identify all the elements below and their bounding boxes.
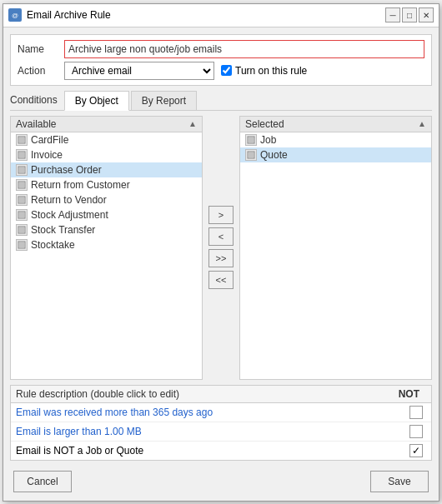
rule-row: Email was received more than 365 days ag… xyxy=(11,403,431,422)
item-text: Quote xyxy=(260,149,288,161)
window-controls: ─ □ ✕ xyxy=(385,7,434,22)
rule-desc-header-text: Rule description (double click to edit) xyxy=(16,388,179,400)
form-section: Name Action Archive email Delete email M… xyxy=(10,34,432,86)
rule-text-2: Email is larger than 1.00 MB xyxy=(16,426,409,437)
list-item[interactable]: Stock Adjustment xyxy=(11,207,202,222)
minimize-button[interactable]: ─ xyxy=(385,7,400,22)
list-item[interactable]: Return to Vendor xyxy=(11,192,202,207)
selected-sort-icon: ▲ xyxy=(418,119,426,128)
list-item[interactable]: Invoice xyxy=(11,147,202,162)
list-item[interactable]: CardFile xyxy=(11,132,202,147)
move-left-button[interactable]: < xyxy=(208,227,234,246)
available-list-header: Available ▲ xyxy=(11,117,202,132)
not-checkbox-2[interactable] xyxy=(409,425,423,438)
cancel-button[interactable]: Cancel xyxy=(13,471,72,492)
maximize-button[interactable]: □ xyxy=(402,7,417,22)
rule-row: Email is NOT a Job or Quote ✓ xyxy=(11,442,431,460)
tab-by-report[interactable]: By Report xyxy=(131,91,197,110)
item-icon xyxy=(16,134,28,146)
not-checkbox-3[interactable]: ✓ xyxy=(409,444,423,457)
name-label: Name xyxy=(18,43,58,55)
tab-by-object[interactable]: By Object xyxy=(64,91,129,111)
window-title: Email Archive Rule xyxy=(27,9,385,21)
item-text: Stock Transfer xyxy=(31,224,95,236)
item-text: Job xyxy=(260,134,276,146)
rule-text-3: Email is NOT a Job or Quote xyxy=(16,445,409,457)
item-icon xyxy=(16,224,28,236)
content-area: Name Action Archive email Delete email M… xyxy=(3,27,439,501)
selected-list-header: Selected ▲ xyxy=(240,117,431,132)
selected-list: Selected ▲ Job Quote xyxy=(239,116,432,380)
conditions-label: Conditions xyxy=(10,91,58,109)
name-row: Name xyxy=(18,40,424,58)
not-checkbox-1[interactable] xyxy=(409,406,423,419)
list-item[interactable]: Return from Customer xyxy=(11,177,202,192)
item-icon xyxy=(245,149,257,161)
rule-text-1: Email was received more than 365 days ag… xyxy=(16,407,409,418)
available-sort-icon: ▲ xyxy=(188,119,197,128)
item-text: Stock Adjustment xyxy=(31,209,108,221)
close-button[interactable]: ✕ xyxy=(419,7,434,22)
item-icon xyxy=(16,149,28,161)
list-item[interactable]: Stocktake xyxy=(11,237,202,252)
move-right-button[interactable]: > xyxy=(208,206,234,224)
rule-row: Email is larger than 1.00 MB xyxy=(11,422,431,442)
item-icon xyxy=(245,134,257,146)
selected-header-text: Selected xyxy=(245,118,284,130)
bottom-buttons: Cancel Save xyxy=(10,466,432,494)
available-header-text: Available xyxy=(16,118,56,130)
list-item[interactable]: Job xyxy=(240,132,431,147)
action-row: Action Archive email Delete email Move e… xyxy=(18,62,424,80)
title-bar: @ Email Archive Rule ─ □ ✕ xyxy=(3,4,439,27)
window-icon: @ xyxy=(8,8,22,22)
lists-area: Available ▲ CardFile Invoice xyxy=(10,116,432,380)
item-text: CardFile xyxy=(31,134,68,146)
item-icon xyxy=(16,239,28,251)
item-text: Return from Customer xyxy=(31,179,130,191)
item-icon xyxy=(16,164,28,176)
available-list: Available ▲ CardFile Invoice xyxy=(10,116,203,380)
item-text: Return to Vendor xyxy=(31,194,107,206)
item-text: Purchase Order xyxy=(31,164,102,176)
toggle-label-text: Turn on this rule xyxy=(235,65,307,77)
item-icon xyxy=(16,209,28,221)
turn-on-checkbox[interactable] xyxy=(221,65,232,76)
available-list-items[interactable]: CardFile Invoice Purchase Order xyxy=(11,132,202,379)
transfer-buttons: > < >> << xyxy=(206,116,236,380)
move-all-left-button[interactable]: << xyxy=(208,271,234,289)
selected-list-items[interactable]: Job Quote xyxy=(240,132,431,379)
list-item[interactable]: Stock Transfer xyxy=(11,222,202,237)
item-icon xyxy=(16,194,28,206)
move-all-right-button[interactable]: >> xyxy=(208,249,234,267)
action-select[interactable]: Archive email Delete email Move email xyxy=(64,62,214,80)
tabs-section: Conditions By Object By Report xyxy=(10,91,432,111)
name-input[interactable] xyxy=(64,40,424,58)
rule-description-section: Rule description (double click to edit) … xyxy=(10,385,432,461)
toggle-label[interactable]: Turn on this rule xyxy=(221,65,307,77)
action-label: Action xyxy=(18,65,58,77)
item-text: Stocktake xyxy=(31,239,75,251)
list-item[interactable]: Purchase Order xyxy=(11,162,202,177)
rule-desc-header: Rule description (double click to edit) … xyxy=(11,386,431,403)
item-text: Invoice xyxy=(31,149,63,161)
not-label: NOT xyxy=(399,388,419,400)
list-item[interactable]: Quote xyxy=(240,147,431,162)
svg-text:@: @ xyxy=(12,12,18,19)
item-icon xyxy=(16,179,28,191)
main-window: @ Email Archive Rule ─ □ ✕ Name Action A… xyxy=(3,3,439,502)
save-button[interactable]: Save xyxy=(370,471,429,492)
